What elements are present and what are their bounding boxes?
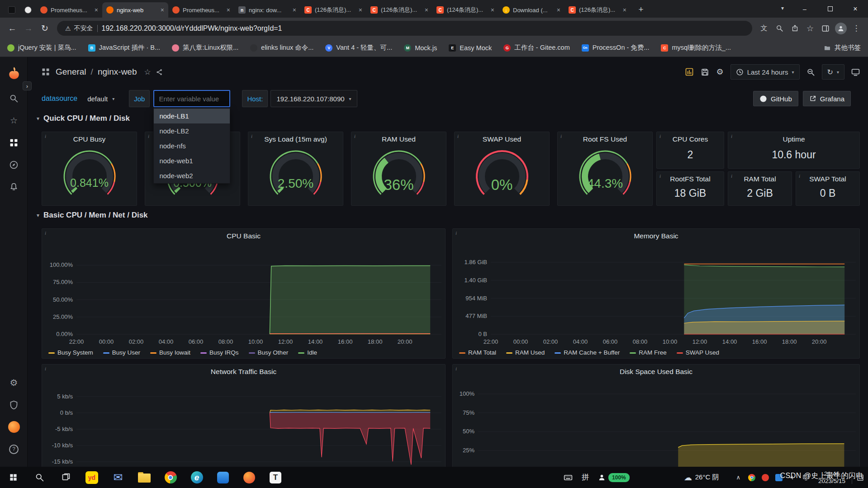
bookmark-star-icon[interactable]: ☆	[803, 21, 817, 36]
tab-close-icon[interactable]: ×	[293, 7, 296, 13]
share-dashboard-icon[interactable]	[156, 68, 163, 76]
youdao-dict-app[interactable]: yd	[79, 467, 105, 488]
panel-title[interactable]: CPU Cores	[663, 135, 717, 143]
sidebar-search-icon[interactable]	[0, 88, 28, 108]
bookmark-item[interactable]: 第八章:Linux权限...	[172, 43, 238, 52]
tray-security-icon[interactable]	[762, 474, 769, 481]
legend-item[interactable]: Busy IRQs	[200, 349, 239, 356]
row-section-header[interactable]: ▾Basic CPU / Mem / Net / Disk	[37, 211, 148, 220]
time-range-picker[interactable]: Last 24 hours ▾	[730, 64, 800, 80]
red-app[interactable]	[236, 467, 262, 488]
datasource-select[interactable]: default ▾	[82, 90, 120, 107]
pinned-tab-dark-app[interactable]	[4, 2, 19, 18]
battery-badge[interactable]: 100%	[608, 473, 630, 482]
tab-close-icon[interactable]: ×	[161, 7, 164, 13]
variable-option[interactable]: node-nfs	[154, 138, 230, 153]
row-section-header[interactable]: ▾Quick CPU / Mem / Disk	[37, 114, 130, 123]
tray-chrome-icon[interactable]	[748, 474, 755, 481]
panel-info-icon[interactable]: i	[560, 133, 562, 139]
file-explorer-app[interactable]	[131, 467, 157, 488]
variable-option[interactable]: node-LB2	[154, 123, 230, 138]
translate-icon[interactable]: 文	[757, 21, 771, 36]
grafana-link-button[interactable]: Grafana	[803, 91, 851, 106]
sidebar-help-icon[interactable]: ?	[0, 439, 28, 459]
tab-close-icon[interactable]: ×	[227, 7, 230, 13]
panel-title[interactable]: RootFS Total	[663, 175, 717, 183]
legend-item[interactable]: Idle	[298, 349, 317, 356]
bookmark-item[interactable]: MMock.js	[404, 44, 437, 52]
sidebar-explore-icon[interactable]	[0, 155, 28, 175]
address-bar[interactable]: ⚠ 不安全 192.168.220.200:3000/d/rYdddlPWk/n…	[57, 21, 752, 36]
bookmark-item[interactable]: EEasy Mock	[449, 44, 492, 52]
dashboards-grid-icon[interactable]	[41, 67, 50, 76]
weather-widget[interactable]: ☁26°C 阴	[684, 473, 719, 483]
legend-item[interactable]: SWAP Used	[677, 349, 719, 356]
legend-item[interactable]: Busy Iowait	[150, 349, 190, 356]
taskbar-search[interactable]	[26, 467, 52, 488]
back-button[interactable]: ←	[5, 21, 20, 36]
panel-info-icon[interactable]: i	[45, 230, 46, 236]
panel-title[interactable]: Root FS Used	[564, 135, 646, 143]
variable-option[interactable]: node-LB1	[154, 109, 230, 123]
refresh-button[interactable]: ↻ ▾	[822, 64, 844, 80]
panel-title[interactable]: SWAP Total	[802, 175, 853, 183]
panel-info-icon[interactable]: i	[354, 133, 356, 139]
panel-info-icon[interactable]: i	[799, 173, 800, 179]
bookmark-item[interactable]: BJavaScript 插件 · B...	[88, 43, 160, 52]
dashboard-settings-icon[interactable]: ⚙	[716, 67, 723, 77]
bookmark-item[interactable]: G工作台 - Gitee.com	[503, 43, 569, 52]
tv-mode-icon[interactable]	[851, 68, 860, 76]
tab-close-icon[interactable]: ×	[95, 7, 98, 13]
panel-title[interactable]: Sys Load (15m avg)	[255, 135, 337, 143]
assistant-icon[interactable]	[598, 474, 606, 481]
panel-info-icon[interactable]: i	[659, 173, 661, 179]
panel-info-icon[interactable]: i	[455, 366, 457, 371]
profile-avatar[interactable]	[835, 23, 847, 34]
panel-title[interactable]: RAM Used	[358, 135, 440, 143]
legend-item[interactable]: RAM Used	[506, 349, 545, 356]
security-status[interactable]: ⚠ 不安全	[65, 24, 93, 33]
legend-item[interactable]: Busy Other	[249, 349, 289, 356]
browser-tab[interactable]: Prometheus...×	[168, 2, 234, 18]
browser-tab[interactable]: C(126条消息)...×	[300, 2, 366, 18]
sidebar-admin-icon[interactable]	[0, 395, 28, 415]
job-variable-input[interactable]	[153, 90, 230, 107]
panel-info-icon[interactable]: i	[659, 133, 661, 139]
sidebar-expand-button[interactable]: ›	[23, 81, 32, 90]
breadcrumb-title[interactable]: nginx-web	[98, 67, 137, 77]
other-bookmarks[interactable]: 其他书签	[824, 43, 861, 52]
zoom-out-icon[interactable]	[806, 68, 815, 76]
browser-tab[interactable]: Prometheus...×	[36, 2, 102, 18]
edge-app[interactable]: e	[184, 467, 210, 488]
favorite-star-icon[interactable]: ☆	[144, 67, 151, 77]
legend-item[interactable]: RAM Free	[630, 349, 667, 356]
variable-option[interactable]: node-web2	[154, 168, 230, 183]
panel-info-icon[interactable]: i	[731, 173, 732, 179]
ime-indicator[interactable]: 拼	[582, 473, 589, 482]
panel-info-icon[interactable]: i	[148, 133, 149, 139]
zoom-icon[interactable]	[772, 21, 787, 36]
browser-tab[interactable]: nginx-web×	[102, 2, 168, 18]
panel-info-icon[interactable]: i	[45, 366, 46, 371]
forward-button[interactable]: →	[21, 21, 36, 36]
tab-close-icon[interactable]: ×	[491, 7, 494, 13]
blue-app[interactable]	[210, 467, 236, 488]
panel-title[interactable]: SWAP Used	[461, 135, 543, 143]
minimize-button[interactable]: –	[792, 0, 817, 18]
legend-item[interactable]: RAM Cache + Buffer	[555, 349, 620, 356]
tab-close-icon[interactable]: ×	[359, 7, 362, 13]
tab-close-icon[interactable]: ×	[425, 7, 428, 13]
share-icon[interactable]	[787, 21, 802, 36]
panel-info-icon[interactable]: i	[45, 133, 46, 139]
host-select[interactable]: 192.168.220.107:8090 ▾	[270, 90, 357, 107]
mail-app[interactable]: ✉	[105, 467, 131, 488]
github-link-button[interactable]: GitHub	[753, 91, 798, 106]
tab-close-icon[interactable]: ×	[623, 7, 626, 13]
browser-tab[interactable]: ↓Download (...×	[498, 2, 564, 18]
legend-item[interactable]: RAM Total	[459, 349, 496, 356]
start-button[interactable]	[0, 467, 26, 488]
touch-keyboard-icon[interactable]	[564, 473, 573, 482]
close-button[interactable]: ×	[843, 0, 868, 18]
bookmark-item[interactable]: VVant 4 - 轻量、可...	[325, 43, 392, 52]
save-dashboard-icon[interactable]	[701, 68, 709, 76]
